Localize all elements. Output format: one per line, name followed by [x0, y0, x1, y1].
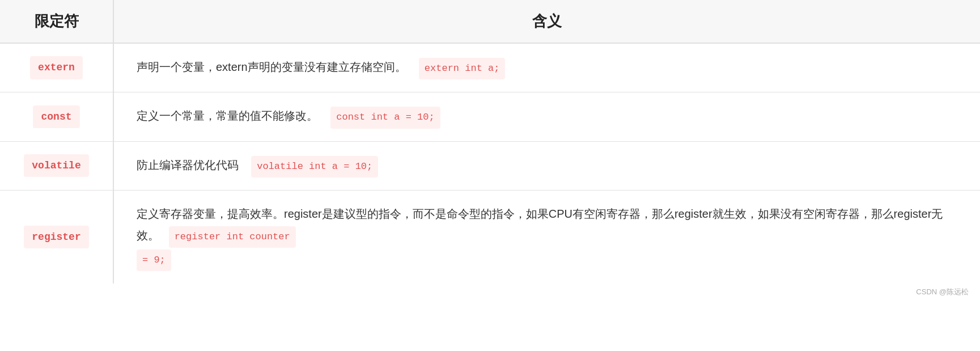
description-text-volatile: 防止编译器优化代码 — [137, 159, 239, 171]
table-row: extern 声明一个变量，extern声明的变量没有建立存储空间。 exter… — [0, 43, 980, 92]
description-text-extern: 声明一个变量，extern声明的变量没有建立存储空间。 — [137, 61, 406, 73]
description-cell-volatile: 防止编译器优化代码 volatile int a = 10; — [113, 141, 980, 190]
keyword-badge-extern: extern — [30, 56, 83, 79]
description-cell-const: 定义一个常量，常量的值不能修改。 const int a = 10; — [113, 92, 980, 141]
code-example-volatile: volatile int a = 10; — [251, 156, 378, 177]
keyword-cell-volatile: volatile — [0, 141, 113, 190]
keyword-badge-register: register — [24, 226, 88, 248]
col-header-meaning: 含义 — [113, 0, 980, 43]
code-example-const: const int a = 10; — [330, 107, 440, 128]
col-header-qualifier: 限定符 — [0, 0, 113, 43]
table-row: volatile 防止编译器优化代码 volatile int a = 10; — [0, 141, 980, 190]
qualifiers-table: 限定符 含义 extern 声明一个变量，extern声明的变量没有建立存储空间… — [0, 0, 980, 284]
keyword-badge-volatile: volatile — [24, 154, 88, 177]
keyword-cell-const: const — [0, 92, 113, 141]
description-text-const: 定义一个常量，常量的值不能修改。 — [137, 109, 318, 122]
keyword-cell-extern: extern — [0, 43, 113, 92]
code-example-extern: extern int a; — [419, 58, 506, 79]
description-cell-register: 定义寄存器变量，提高效率。register是建议型的指令，而不是命令型的指令，如… — [113, 190, 980, 284]
keyword-badge-const: const — [33, 105, 79, 128]
table-row: register 定义寄存器变量，提高效率。register是建议型的指令，而不… — [0, 190, 980, 284]
keyword-cell-register: register — [0, 190, 113, 284]
code-example-register-part1: register int counter — [169, 226, 296, 248]
footer-attribution: CSDN @陈远松 — [0, 284, 980, 299]
description-cell-extern: 声明一个变量，extern声明的变量没有建立存储空间。 extern int a… — [113, 43, 980, 92]
table-row: const 定义一个常量，常量的值不能修改。 const int a = 10; — [0, 92, 980, 141]
code-example-register-part2: = 9; — [137, 249, 171, 271]
